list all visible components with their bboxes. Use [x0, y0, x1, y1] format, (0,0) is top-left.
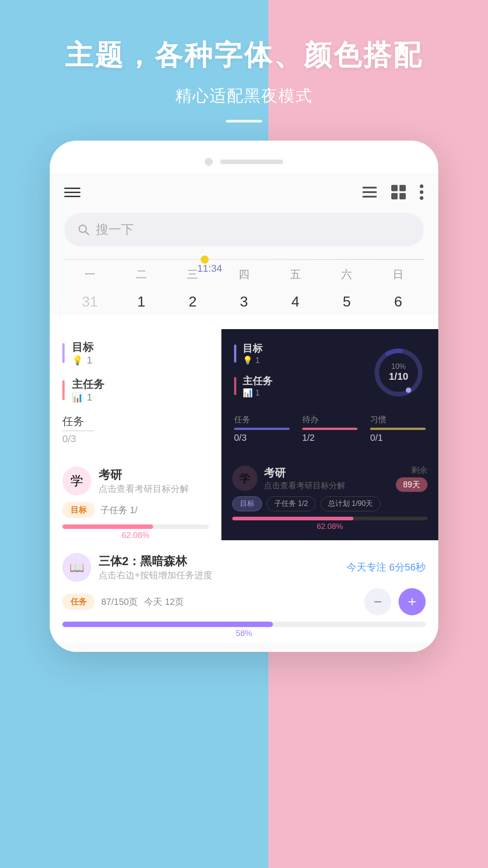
- svg-rect-3: [391, 185, 398, 191]
- book-card[interactable]: 📖 三体2：黑暗森林 点击右边+按钮增加任务进度 今天专注 6分56秒 任务 8…: [50, 540, 438, 643]
- svg-rect-0: [362, 187, 377, 189]
- task-metric: 任务 0/3: [234, 414, 290, 443]
- days-badge: 89天: [396, 477, 427, 492]
- goal-subtask-light: 子任务 1/: [100, 504, 137, 516]
- main-task-stat-light: 主任务 📊 1: [62, 377, 209, 403]
- goal-label-dark: 目标: [243, 342, 263, 355]
- dark-metrics: 任务 0/3 待办 1/2 习惯 0/1: [234, 414, 426, 443]
- day-sat: 六: [321, 267, 373, 282]
- svg-rect-6: [399, 193, 406, 199]
- habit-metric: 习惯 0/1: [370, 414, 426, 443]
- main-task-label-dark: 主任务: [243, 374, 272, 388]
- stats-light-panel: 目标 💡 1 主任务 📊 1: [50, 329, 221, 456]
- habit-metric-label: 习惯: [370, 414, 426, 425]
- phone-mockup: 搜一下 11:34 一 二 三 四 五 六 日 31: [50, 141, 438, 652]
- increase-button[interactable]: +: [399, 588, 426, 615]
- svg-rect-1: [362, 191, 377, 193]
- pending-metric: 待办 1/2: [302, 414, 358, 443]
- task-label-light: 任务: [62, 414, 209, 429]
- timeline-time: 11:34: [197, 263, 222, 274]
- main-task-icon-light: 📊: [72, 392, 83, 403]
- phone-speaker: [220, 160, 283, 164]
- date-3: 3: [218, 289, 270, 315]
- date-4-today[interactable]: 4: [270, 289, 321, 315]
- book-icon: 📖: [62, 553, 91, 582]
- page-subtitle: 精心适配黑夜模式: [0, 85, 488, 107]
- goal-title-dark: 考研: [264, 466, 389, 480]
- goal-desc-dark: 点击查看考研目标分解: [264, 480, 389, 491]
- svg-rect-2: [362, 196, 377, 198]
- list-view-icon[interactable]: [361, 186, 378, 198]
- day-sun: 日: [372, 267, 424, 282]
- goal-stat-light: 目标 💡 1: [62, 340, 209, 366]
- pending-metric-value: 1/2: [302, 433, 358, 443]
- main-task-icon-dark: 📊: [243, 388, 253, 398]
- book-desc: 点击右边+按钮增加任务进度: [99, 569, 339, 581]
- goal-tag1-dark: 目标: [232, 496, 262, 511]
- task-count-light: 0/3: [62, 433, 209, 445]
- stats-dark-panel: 目标 💡 1 主任务: [221, 329, 438, 456]
- goal-card-light[interactable]: 学 考研 点击查看考研目标分解 目标 子任务 1/ 62.08%: [50, 456, 221, 540]
- svg-rect-4: [399, 185, 406, 191]
- book-pages: 87/150页: [101, 596, 138, 608]
- circle-pct: 10%: [389, 363, 408, 371]
- goal-tag2-dark: 子任务 1/2: [267, 496, 316, 511]
- day-headers: 一 二 三 四 五 六 日: [64, 267, 424, 282]
- goal-progress-label-light: 62.08%: [62, 531, 209, 540]
- main-task-count-dark: 1: [255, 388, 260, 398]
- more-options-icon[interactable]: [419, 184, 424, 200]
- search-bar[interactable]: 搜一下: [64, 213, 424, 246]
- top-bar: [64, 184, 424, 200]
- date-row: 31 1 2 3 4 5 6: [64, 289, 424, 315]
- goal-stat-dark: 目标 💡 1: [234, 342, 272, 365]
- svg-point-7: [420, 184, 423, 188]
- main-task-label-light: 主任务: [72, 377, 104, 392]
- book-title: 三体2：黑暗森林: [99, 553, 339, 569]
- goal-label-light: 目标: [72, 340, 94, 354]
- header-divider: [226, 120, 262, 123]
- main-task-count-light: 1: [87, 392, 92, 403]
- goal-tag3-dark: 总计划 1/90天: [320, 496, 381, 511]
- day-thu: 四: [218, 267, 270, 282]
- grid-view-icon[interactable]: [390, 184, 407, 200]
- page-title: 主题，各种字体、颜色搭配: [0, 36, 488, 74]
- timeline-area: 11:34: [64, 259, 424, 260]
- svg-point-9: [420, 196, 423, 200]
- goal-desc-light: 点击查看考研目标分解: [99, 483, 189, 495]
- date-2: 2: [167, 289, 218, 315]
- pending-metric-label: 待办: [302, 414, 358, 425]
- hamburger-menu[interactable]: [64, 188, 80, 197]
- date-5: 5: [321, 289, 373, 315]
- stats-dual: 目标 💡 1 主任务 📊 1: [50, 329, 438, 456]
- goal-count-light: 1: [87, 354, 92, 366]
- book-focus-text: 今天专注 6分56秒: [347, 561, 426, 574]
- phone-camera: [205, 158, 213, 166]
- day-tue: 二: [116, 267, 167, 282]
- date-31: 31: [64, 289, 116, 315]
- goal-icon-dark: 💡: [243, 355, 253, 365]
- day-mon: 一: [64, 267, 116, 282]
- goal-progress-pct-dark: 62.08%: [232, 522, 427, 531]
- goal-icon-light: 💡: [72, 355, 83, 366]
- goal-icon-dark: 学: [232, 466, 258, 491]
- remaining-label: 剩余: [411, 465, 427, 476]
- goal-tag-light: 目标: [62, 502, 95, 518]
- date-1: 1: [116, 289, 167, 315]
- goal-count-dark: 1: [255, 356, 260, 365]
- goal-icon-light: 学: [62, 467, 91, 495]
- circle-value: 1/10: [389, 371, 408, 382]
- decrease-button[interactable]: −: [364, 588, 391, 615]
- book-tag: 任务: [62, 594, 95, 610]
- svg-point-8: [420, 190, 423, 194]
- goal-card-dark[interactable]: 学 考研 点击查看考研目标分解 剩余 89天 目标 子任务 1/2 总计划 1/…: [221, 456, 438, 540]
- svg-point-14: [406, 387, 411, 393]
- goal-title-light: 考研: [99, 467, 189, 483]
- search-placeholder: 搜一下: [96, 221, 134, 238]
- svg-line-11: [85, 231, 89, 235]
- main-task-stat-dark: 主任务 📊 1: [234, 374, 272, 398]
- task-metric-label: 任务: [234, 414, 290, 425]
- book-progress-pct: 58%: [62, 629, 426, 638]
- task-stat-light: 任务 0/3: [62, 414, 209, 445]
- goal-card-dual: 学 考研 点击查看考研目标分解 目标 子任务 1/ 62.08%: [50, 456, 438, 540]
- day-fri: 五: [270, 267, 321, 282]
